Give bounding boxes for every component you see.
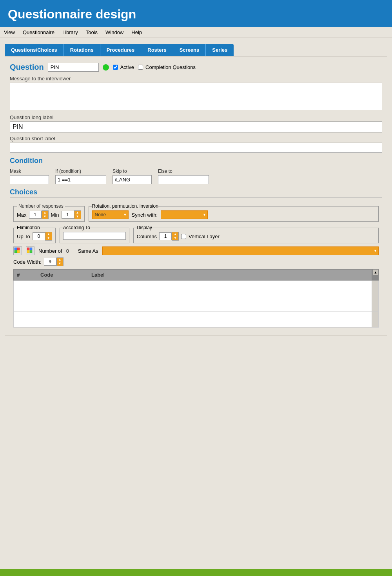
bottom-bar	[0, 569, 392, 576]
tab-series[interactable]: Series	[206, 44, 234, 56]
min-label: Min	[51, 212, 59, 218]
completion-checkbox[interactable]	[138, 65, 143, 70]
svg-rect-4	[27, 248, 29, 250]
elseto-label: Else to	[158, 168, 209, 174]
main-content: Questions/Choices Rotations Procedures R…	[0, 38, 392, 576]
if-input[interactable]	[55, 175, 106, 184]
elseto-field: Else to	[158, 168, 209, 184]
upto-input[interactable]	[33, 232, 45, 240]
tab-procedures[interactable]: Procedures	[100, 44, 142, 56]
if-condition-field: If (condition)	[55, 168, 106, 184]
vertical-layer-checkbox[interactable]	[181, 234, 186, 239]
long-label-input[interactable]	[10, 121, 382, 132]
tab-rosters[interactable]: Rosters	[141, 44, 173, 56]
sameas-select-wrap	[102, 246, 379, 255]
table-empty-row-1: ▲	[14, 281, 379, 296]
mask-field: Mask	[10, 168, 49, 184]
icon-box-1[interactable]	[13, 246, 22, 255]
max-spinner: ▲ ▼	[29, 210, 49, 219]
upto-down-btn[interactable]: ▼	[45, 236, 52, 240]
columns-input[interactable]	[159, 232, 172, 240]
tab-screens[interactable]: Screens	[173, 44, 206, 56]
status-dot	[103, 64, 109, 71]
app-title: Questionnaire design	[8, 7, 384, 22]
menu-tools[interactable]: Tools	[86, 29, 98, 35]
num-responses-legend: Number of responses	[17, 203, 65, 209]
num-of-value: 0	[66, 248, 74, 254]
upto-up-btn[interactable]: ▲	[45, 232, 52, 236]
upto-spinner: ▲ ▼	[33, 232, 52, 241]
form-panel: Question Active Completion Questions Mes…	[5, 56, 387, 335]
rotation-legend: Rotation. permutation. inversion	[92, 203, 158, 209]
rotation-inner: None Rotation Permutation Inversion Sync…	[92, 210, 375, 219]
columns-spinner-btns: ▲ ▼	[172, 232, 179, 241]
min-down-btn[interactable]: ▼	[74, 215, 81, 219]
svg-rect-7	[30, 250, 32, 253]
code-width-label: Code Width:	[13, 259, 42, 265]
choices-heading: Choices	[10, 188, 382, 197]
responses-rotation-row: Number of responses Max ▲ ▼ Min	[13, 203, 379, 222]
completion-checkbox-label[interactable]: Completion Questions	[138, 64, 196, 70]
min-spinner: ▲ ▼	[62, 210, 81, 219]
col-hash: #	[14, 270, 37, 281]
tab-questions-choices[interactable]: Questions/Choices	[5, 44, 64, 56]
max-label: Max	[17, 212, 27, 218]
svg-rect-3	[17, 250, 20, 253]
code-width-row: Code Width: ▲ ▼	[13, 257, 379, 266]
menu-view[interactable]: View	[4, 29, 15, 35]
max-down-btn[interactable]: ▼	[42, 215, 48, 219]
svg-rect-6	[27, 250, 29, 253]
according-input[interactable]	[63, 232, 126, 240]
short-label-input[interactable]	[10, 143, 382, 153]
columns-down-btn[interactable]: ▼	[172, 236, 178, 240]
num-responses-inner: Max ▲ ▼ Min ▲	[17, 210, 81, 219]
skipto-field: Skip to	[113, 168, 152, 184]
display-fieldset: Display Columns ▲ ▼ Vertical Layer	[133, 225, 379, 243]
grid-icon-1	[14, 247, 21, 254]
question-name-input[interactable]	[48, 63, 99, 72]
tab-bar: Questions/Choices Rotations Procedures R…	[5, 44, 387, 56]
menu-help[interactable]: Help	[131, 29, 142, 35]
icon-box-2[interactable]	[26, 246, 34, 255]
rotation-select-wrap: None Rotation Permutation Inversion	[92, 210, 129, 219]
skipto-input[interactable]	[113, 175, 152, 184]
columns-spinner: ▲ ▼	[159, 232, 179, 241]
menu-window[interactable]: Window	[105, 29, 123, 35]
rotation-select[interactable]: None Rotation Permutation Inversion	[92, 210, 129, 219]
menu-questionnaire[interactable]: Questionnaire	[23, 29, 54, 35]
columns-up-btn[interactable]: ▲	[172, 232, 178, 236]
code-width-input[interactable]	[44, 258, 56, 266]
max-up-btn[interactable]: ▲	[42, 211, 48, 215]
app-header: Questionnaire design	[0, 0, 392, 27]
tab-rotations[interactable]: Rotations	[64, 44, 100, 56]
according-fieldset: According To	[60, 225, 129, 243]
choices-table-container: # Code Label	[13, 269, 379, 328]
active-label: Active	[120, 64, 134, 70]
svg-rect-5	[30, 248, 32, 250]
active-checkbox[interactable]	[113, 65, 118, 70]
min-up-btn[interactable]: ▲	[74, 211, 81, 215]
code-width-up-btn[interactable]: ▲	[57, 258, 63, 262]
elseto-input[interactable]	[158, 175, 209, 184]
skipto-label: Skip to	[113, 168, 152, 174]
synch-select[interactable]	[161, 210, 208, 219]
rotation-fieldset: Rotation. permutation. inversion None Ro…	[89, 203, 379, 222]
col-label: Label	[88, 270, 372, 281]
completion-label: Completion Questions	[145, 64, 196, 70]
menu-library[interactable]: Library	[62, 29, 78, 35]
message-textarea[interactable]	[10, 83, 382, 110]
message-label: Message to the interviewer	[10, 76, 382, 82]
mask-input[interactable]	[10, 175, 49, 184]
sameas-label: Same As	[78, 248, 98, 254]
active-checkbox-label[interactable]: Active	[113, 64, 134, 70]
max-input[interactable]	[29, 211, 42, 219]
menubar: View Questionnaire Library Tools Window …	[0, 27, 392, 38]
elim-display-row: Elimination Up To ▲ ▼ According To	[13, 225, 379, 243]
code-width-down-btn[interactable]: ▼	[57, 262, 63, 266]
sameas-select[interactable]	[102, 246, 379, 255]
elimination-fieldset: Elimination Up To ▲ ▼	[13, 225, 56, 243]
min-input[interactable]	[62, 211, 74, 219]
code-width-spinner: ▲ ▼	[44, 257, 64, 266]
short-label-label: Question short label	[10, 136, 382, 141]
scroll-up-btn[interactable]: ▲	[372, 269, 379, 275]
